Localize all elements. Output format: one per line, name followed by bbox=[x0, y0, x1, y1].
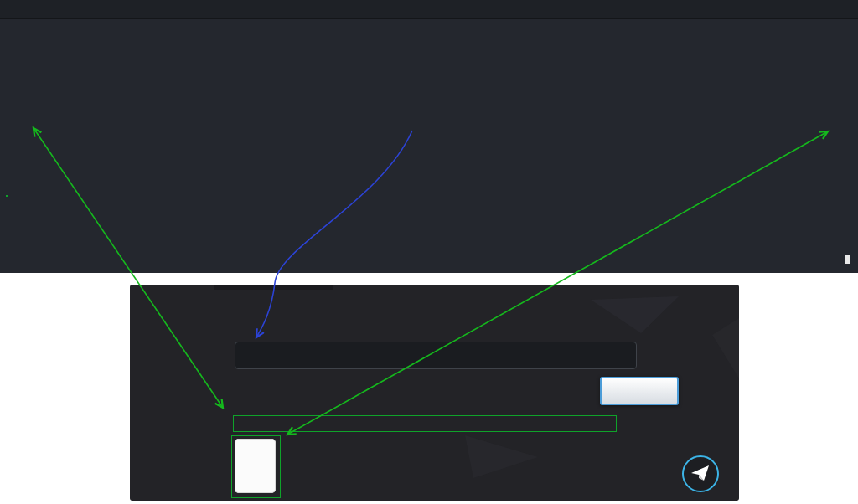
telegram-share-button[interactable] bbox=[682, 455, 719, 492]
terminal-window bbox=[0, 0, 858, 273]
screenshot-stage bbox=[0, 0, 858, 504]
deck-lines bbox=[7, 171, 858, 231]
terminal-titlebar bbox=[0, 0, 858, 19]
separator-line bbox=[7, 53, 858, 63]
card-validation-panel bbox=[130, 285, 739, 501]
card-hash-value bbox=[233, 415, 617, 432]
card-input[interactable] bbox=[235, 342, 637, 369]
deck-heading bbox=[7, 134, 858, 144]
terminal-cursor bbox=[845, 255, 850, 264]
terminal-output bbox=[7, 19, 858, 273]
combined-hash-line bbox=[7, 80, 858, 90]
validate-button[interactable] bbox=[600, 377, 679, 405]
playing-card-3-of-diamonds bbox=[235, 439, 276, 493]
deck-line-7 bbox=[7, 196, 858, 206]
paper-plane-icon bbox=[691, 465, 710, 482]
card-image-highlight bbox=[231, 435, 281, 498]
blank-line bbox=[7, 106, 858, 116]
